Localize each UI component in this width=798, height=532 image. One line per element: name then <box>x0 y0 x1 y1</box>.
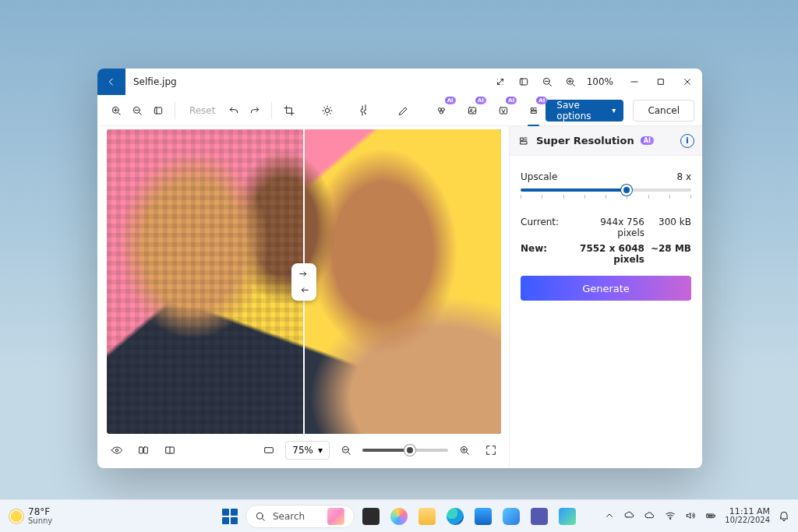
super-resolution-tool[interactable]: AI <box>524 100 542 122</box>
wifi-icon[interactable] <box>664 509 676 522</box>
teams-icon[interactable] <box>528 505 551 528</box>
window-close[interactable] <box>674 70 701 93</box>
panel-title: Super Resolution <box>536 135 634 146</box>
zoom-in-bottom[interactable] <box>454 440 475 460</box>
ai-badge: AI <box>506 97 517 104</box>
weather-widget[interactable]: 78°F Sunny <box>0 507 52 525</box>
svg-rect-18 <box>265 448 274 453</box>
canvas-bottombar: 75% ▾ <box>107 434 501 462</box>
svg-rect-0 <box>520 79 527 85</box>
tray-chevron-icon[interactable] <box>603 509 616 522</box>
panel-header: Super Resolution AI i <box>510 126 702 156</box>
adjust-tool[interactable] <box>318 100 336 122</box>
zoom-out-tool[interactable] <box>128 100 146 122</box>
svg-rect-24 <box>708 516 713 517</box>
back-button[interactable] <box>97 69 125 95</box>
image-canvas[interactable] <box>107 129 501 434</box>
current-label: Current: <box>521 217 567 238</box>
svg-rect-15 <box>139 447 143 453</box>
upscale-control: Upscale 8 x <box>521 171 691 199</box>
redo-icon[interactable] <box>245 100 263 122</box>
window-minimize[interactable] <box>621 70 648 93</box>
visibility-icon[interactable] <box>107 440 127 460</box>
svg-point-22 <box>670 519 671 520</box>
svg-rect-16 <box>144 447 148 453</box>
file-name: Selfie.jpg <box>133 76 177 87</box>
ai-badge: AI <box>445 97 456 104</box>
slider-ticks <box>521 195 691 199</box>
clock[interactable]: 11:11 AM 10/22/2024 <box>725 507 770 524</box>
volume-icon[interactable] <box>684 509 697 522</box>
app-icon[interactable] <box>500 505 523 528</box>
edge-icon[interactable] <box>443 505 467 528</box>
super-resolution-panel: Super Resolution AI i Upscale 8 x <box>509 126 702 468</box>
fit-tool[interactable] <box>149 100 167 122</box>
photos-edit-window: Selfie.jpg 100% Reset AI AI A <box>97 69 702 468</box>
svg-point-21 <box>256 513 263 519</box>
svg-point-7 <box>325 108 329 112</box>
clock-date: 10/22/2024 <box>725 516 770 525</box>
fit-screen-icon[interactable] <box>512 70 535 93</box>
start-button[interactable] <box>219 506 241 527</box>
sun-icon <box>9 509 23 523</box>
upscale-slider[interactable] <box>521 188 691 192</box>
panel-body: Upscale 8 x Current: 944x 756 pixels 300… <box>510 156 702 312</box>
zoom-out-bottom[interactable] <box>336 440 356 460</box>
ai-badge: AI <box>536 97 547 104</box>
compare-icon[interactable] <box>133 440 154 460</box>
filter-tool[interactable] <box>356 100 374 122</box>
before-pixelated-half <box>107 129 304 434</box>
zoom-dropdown[interactable]: 75% ▾ <box>285 441 330 460</box>
markup-tool[interactable] <box>395 100 413 122</box>
erase-tool[interactable]: AI <box>433 100 451 122</box>
zoom-out-icon[interactable] <box>535 70 559 93</box>
system-tray: 11:11 AM 10/22/2024 <box>603 507 798 524</box>
notifications-icon[interactable] <box>778 509 790 522</box>
canvas-column: 75% ▾ <box>97 126 509 468</box>
window-maximize[interactable] <box>648 70 674 93</box>
file-explorer-icon[interactable] <box>415 505 439 528</box>
expand-diagonal-icon[interactable] <box>489 70 512 93</box>
weather-desc: Sunny <box>28 517 52 526</box>
aspect-icon[interactable] <box>259 440 279 460</box>
svg-point-12 <box>471 109 472 111</box>
task-view-icon[interactable] <box>359 505 383 528</box>
save-options-label: Save options <box>556 100 604 122</box>
zoom-percent: 100% <box>582 76 618 87</box>
generate-button[interactable]: Generate <box>521 276 691 301</box>
current-size: 300 kB <box>651 217 691 238</box>
taskbar-search[interactable]: Search <box>245 505 355 528</box>
split-view-icon[interactable] <box>160 440 180 460</box>
info-icon[interactable]: i <box>680 134 694 148</box>
undo-icon[interactable] <box>224 100 242 122</box>
cancel-button[interactable]: Cancel <box>633 100 694 122</box>
svg-rect-6 <box>154 107 161 114</box>
copilot-icon[interactable] <box>387 505 411 528</box>
crop-tool[interactable] <box>280 100 298 122</box>
dimension-info: Current: 944x 756 pixels 300 kB New: 755… <box>521 217 691 265</box>
search-highlight-icon <box>327 508 344 525</box>
taskbar: 78°F Sunny Search 11:11 AM 10/22/2024 <box>0 499 798 532</box>
editor-body: 75% ▾ Super Resolution AI i <box>97 126 702 468</box>
background-tool[interactable]: AI <box>464 100 482 122</box>
photos-app-icon[interactable] <box>556 505 579 528</box>
svg-rect-3 <box>659 79 664 85</box>
svg-point-14 <box>115 449 118 451</box>
reset-button[interactable]: Reset <box>183 100 222 122</box>
upscale-label: Upscale <box>521 171 557 182</box>
battery-icon[interactable] <box>704 509 717 522</box>
compare-handle[interactable] <box>291 263 316 301</box>
zoom-in-icon[interactable] <box>559 70 582 93</box>
zoom-in-tool[interactable] <box>107 100 125 122</box>
new-size: ~28 MB <box>651 243 691 265</box>
zoom-slider[interactable] <box>362 449 448 452</box>
ai-badge: AI <box>641 136 654 145</box>
onedrive-icon[interactable] <box>623 509 636 522</box>
cloud-icon[interactable] <box>644 509 656 522</box>
save-options-button[interactable]: Save options ▾ <box>546 100 623 122</box>
chevron-down-icon: ▾ <box>612 106 616 115</box>
retouch-tool[interactable]: AI <box>494 100 512 122</box>
fullscreen-icon[interactable] <box>481 440 501 460</box>
store-icon[interactable] <box>471 505 495 528</box>
new-pixels: 7552 x 6048 pixels <box>574 243 644 265</box>
